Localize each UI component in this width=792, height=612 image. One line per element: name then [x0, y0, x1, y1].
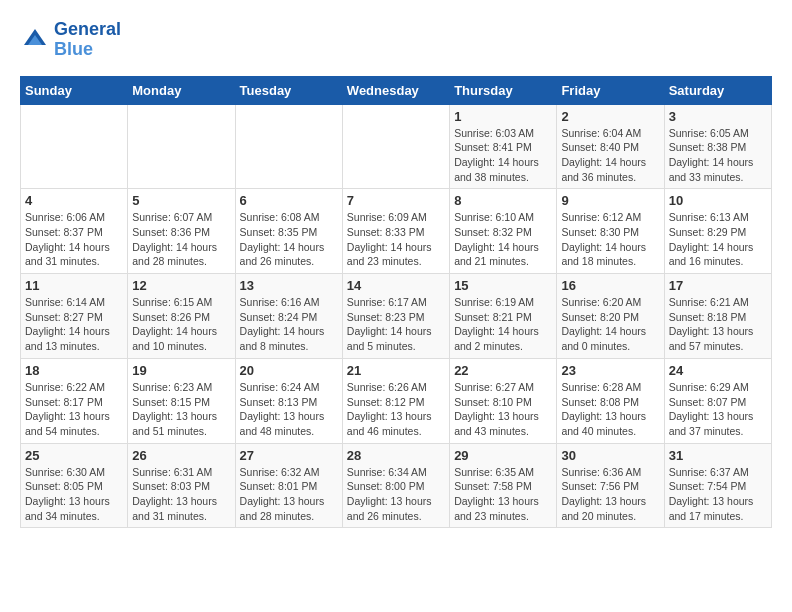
- day-number: 21: [347, 363, 445, 378]
- day-number: 17: [669, 278, 767, 293]
- day-info: Sunrise: 6:16 AM Sunset: 8:24 PM Dayligh…: [240, 295, 338, 354]
- calendar-body: 1Sunrise: 6:03 AM Sunset: 8:41 PM Daylig…: [21, 104, 772, 528]
- day-info: Sunrise: 6:36 AM Sunset: 7:56 PM Dayligh…: [561, 465, 659, 524]
- day-number: 16: [561, 278, 659, 293]
- day-cell-0: [21, 104, 128, 189]
- day-cell-31: 28Sunrise: 6:34 AM Sunset: 8:00 PM Dayli…: [342, 443, 449, 528]
- day-info: Sunrise: 6:27 AM Sunset: 8:10 PM Dayligh…: [454, 380, 552, 439]
- day-cell-20: 17Sunrise: 6:21 AM Sunset: 8:18 PM Dayli…: [664, 274, 771, 359]
- header-tuesday: Tuesday: [235, 76, 342, 104]
- day-cell-13: 10Sunrise: 6:13 AM Sunset: 8:29 PM Dayli…: [664, 189, 771, 274]
- day-info: Sunrise: 6:19 AM Sunset: 8:21 PM Dayligh…: [454, 295, 552, 354]
- day-info: Sunrise: 6:28 AM Sunset: 8:08 PM Dayligh…: [561, 380, 659, 439]
- logo: General Blue: [20, 20, 121, 60]
- day-cell-28: 25Sunrise: 6:30 AM Sunset: 8:05 PM Dayli…: [21, 443, 128, 528]
- day-number: 2: [561, 109, 659, 124]
- day-number: 25: [25, 448, 123, 463]
- day-info: Sunrise: 6:06 AM Sunset: 8:37 PM Dayligh…: [25, 210, 123, 269]
- day-info: Sunrise: 6:08 AM Sunset: 8:35 PM Dayligh…: [240, 210, 338, 269]
- header-saturday: Saturday: [664, 76, 771, 104]
- day-info: Sunrise: 6:37 AM Sunset: 7:54 PM Dayligh…: [669, 465, 767, 524]
- day-number: 24: [669, 363, 767, 378]
- day-cell-11: 8Sunrise: 6:10 AM Sunset: 8:32 PM Daylig…: [450, 189, 557, 274]
- week-row-4: 18Sunrise: 6:22 AM Sunset: 8:17 PM Dayli…: [21, 358, 772, 443]
- day-info: Sunrise: 6:35 AM Sunset: 7:58 PM Dayligh…: [454, 465, 552, 524]
- day-cell-2: [235, 104, 342, 189]
- day-cell-21: 18Sunrise: 6:22 AM Sunset: 8:17 PM Dayli…: [21, 358, 128, 443]
- day-info: Sunrise: 6:17 AM Sunset: 8:23 PM Dayligh…: [347, 295, 445, 354]
- day-number: 8: [454, 193, 552, 208]
- day-cell-24: 21Sunrise: 6:26 AM Sunset: 8:12 PM Dayli…: [342, 358, 449, 443]
- day-info: Sunrise: 6:07 AM Sunset: 8:36 PM Dayligh…: [132, 210, 230, 269]
- week-row-5: 25Sunrise: 6:30 AM Sunset: 8:05 PM Dayli…: [21, 443, 772, 528]
- day-cell-8: 5Sunrise: 6:07 AM Sunset: 8:36 PM Daylig…: [128, 189, 235, 274]
- day-number: 11: [25, 278, 123, 293]
- day-cell-22: 19Sunrise: 6:23 AM Sunset: 8:15 PM Dayli…: [128, 358, 235, 443]
- day-cell-14: 11Sunrise: 6:14 AM Sunset: 8:27 PM Dayli…: [21, 274, 128, 359]
- day-number: 23: [561, 363, 659, 378]
- header-monday: Monday: [128, 76, 235, 104]
- calendar-header-row: SundayMondayTuesdayWednesdayThursdayFrid…: [21, 76, 772, 104]
- logo-text: General Blue: [54, 20, 121, 60]
- header-wednesday: Wednesday: [342, 76, 449, 104]
- day-info: Sunrise: 6:26 AM Sunset: 8:12 PM Dayligh…: [347, 380, 445, 439]
- week-row-2: 4Sunrise: 6:06 AM Sunset: 8:37 PM Daylig…: [21, 189, 772, 274]
- day-info: Sunrise: 6:29 AM Sunset: 8:07 PM Dayligh…: [669, 380, 767, 439]
- day-number: 12: [132, 278, 230, 293]
- day-number: 27: [240, 448, 338, 463]
- day-number: 10: [669, 193, 767, 208]
- day-number: 30: [561, 448, 659, 463]
- day-number: 1: [454, 109, 552, 124]
- header-sunday: Sunday: [21, 76, 128, 104]
- day-cell-15: 12Sunrise: 6:15 AM Sunset: 8:26 PM Dayli…: [128, 274, 235, 359]
- day-info: Sunrise: 6:09 AM Sunset: 8:33 PM Dayligh…: [347, 210, 445, 269]
- day-number: 13: [240, 278, 338, 293]
- day-info: Sunrise: 6:34 AM Sunset: 8:00 PM Dayligh…: [347, 465, 445, 524]
- day-number: 14: [347, 278, 445, 293]
- day-cell-34: 31Sunrise: 6:37 AM Sunset: 7:54 PM Dayli…: [664, 443, 771, 528]
- day-cell-17: 14Sunrise: 6:17 AM Sunset: 8:23 PM Dayli…: [342, 274, 449, 359]
- day-cell-27: 24Sunrise: 6:29 AM Sunset: 8:07 PM Dayli…: [664, 358, 771, 443]
- day-number: 5: [132, 193, 230, 208]
- day-cell-30: 27Sunrise: 6:32 AM Sunset: 8:01 PM Dayli…: [235, 443, 342, 528]
- day-cell-25: 22Sunrise: 6:27 AM Sunset: 8:10 PM Dayli…: [450, 358, 557, 443]
- day-cell-19: 16Sunrise: 6:20 AM Sunset: 8:20 PM Dayli…: [557, 274, 664, 359]
- day-number: 7: [347, 193, 445, 208]
- logo-icon: [20, 25, 50, 55]
- day-cell-26: 23Sunrise: 6:28 AM Sunset: 8:08 PM Dayli…: [557, 358, 664, 443]
- day-number: 4: [25, 193, 123, 208]
- day-number: 28: [347, 448, 445, 463]
- day-cell-5: 2Sunrise: 6:04 AM Sunset: 8:40 PM Daylig…: [557, 104, 664, 189]
- day-info: Sunrise: 6:22 AM Sunset: 8:17 PM Dayligh…: [25, 380, 123, 439]
- day-info: Sunrise: 6:21 AM Sunset: 8:18 PM Dayligh…: [669, 295, 767, 354]
- day-cell-29: 26Sunrise: 6:31 AM Sunset: 8:03 PM Dayli…: [128, 443, 235, 528]
- day-cell-23: 20Sunrise: 6:24 AM Sunset: 8:13 PM Dayli…: [235, 358, 342, 443]
- day-info: Sunrise: 6:03 AM Sunset: 8:41 PM Dayligh…: [454, 126, 552, 185]
- day-cell-12: 9Sunrise: 6:12 AM Sunset: 8:30 PM Daylig…: [557, 189, 664, 274]
- day-info: Sunrise: 6:32 AM Sunset: 8:01 PM Dayligh…: [240, 465, 338, 524]
- calendar-table: SundayMondayTuesdayWednesdayThursdayFrid…: [20, 76, 772, 529]
- page-header: General Blue: [20, 20, 772, 60]
- header-friday: Friday: [557, 76, 664, 104]
- day-info: Sunrise: 6:23 AM Sunset: 8:15 PM Dayligh…: [132, 380, 230, 439]
- day-cell-7: 4Sunrise: 6:06 AM Sunset: 8:37 PM Daylig…: [21, 189, 128, 274]
- day-info: Sunrise: 6:14 AM Sunset: 8:27 PM Dayligh…: [25, 295, 123, 354]
- header-thursday: Thursday: [450, 76, 557, 104]
- day-number: 9: [561, 193, 659, 208]
- day-number: 26: [132, 448, 230, 463]
- day-cell-4: 1Sunrise: 6:03 AM Sunset: 8:41 PM Daylig…: [450, 104, 557, 189]
- day-cell-16: 13Sunrise: 6:16 AM Sunset: 8:24 PM Dayli…: [235, 274, 342, 359]
- day-cell-10: 7Sunrise: 6:09 AM Sunset: 8:33 PM Daylig…: [342, 189, 449, 274]
- day-cell-3: [342, 104, 449, 189]
- day-cell-32: 29Sunrise: 6:35 AM Sunset: 7:58 PM Dayli…: [450, 443, 557, 528]
- day-info: Sunrise: 6:04 AM Sunset: 8:40 PM Dayligh…: [561, 126, 659, 185]
- day-info: Sunrise: 6:10 AM Sunset: 8:32 PM Dayligh…: [454, 210, 552, 269]
- day-cell-1: [128, 104, 235, 189]
- day-info: Sunrise: 6:24 AM Sunset: 8:13 PM Dayligh…: [240, 380, 338, 439]
- week-row-3: 11Sunrise: 6:14 AM Sunset: 8:27 PM Dayli…: [21, 274, 772, 359]
- day-number: 3: [669, 109, 767, 124]
- week-row-1: 1Sunrise: 6:03 AM Sunset: 8:41 PM Daylig…: [21, 104, 772, 189]
- day-cell-33: 30Sunrise: 6:36 AM Sunset: 7:56 PM Dayli…: [557, 443, 664, 528]
- day-number: 19: [132, 363, 230, 378]
- day-info: Sunrise: 6:30 AM Sunset: 8:05 PM Dayligh…: [25, 465, 123, 524]
